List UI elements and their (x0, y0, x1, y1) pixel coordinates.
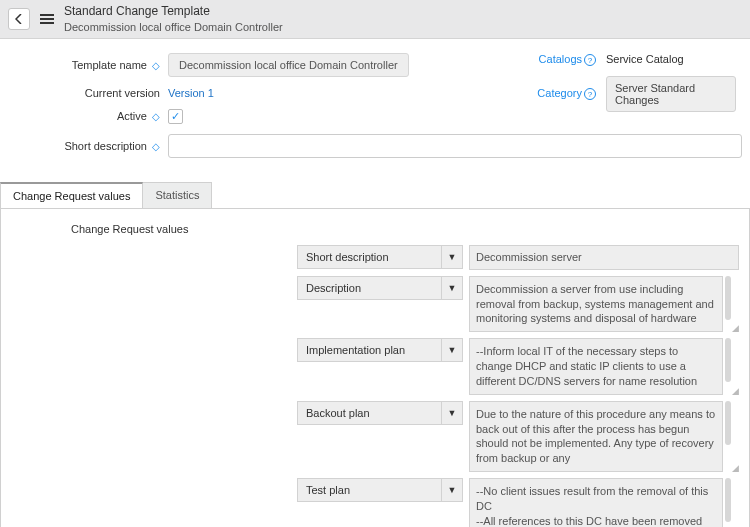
tab-statistics[interactable]: Statistics (143, 182, 212, 208)
crv-row: Short description▼Decommission server (11, 245, 739, 270)
crv-field-name[interactable]: Backout plan (297, 401, 441, 425)
catalogs-value: Service Catalog (606, 53, 736, 65)
crv-field-value[interactable]: Due to the nature of this procedure any … (469, 401, 723, 472)
crv-section-label: Change Request values (11, 223, 211, 235)
resize-handle[interactable]: ◢ (731, 387, 739, 395)
tab-change-request-values[interactable]: Change Request values (0, 182, 143, 208)
chevron-down-icon[interactable]: ▼ (441, 478, 463, 502)
crv-field-value[interactable]: --No client issues result from the remov… (469, 478, 723, 527)
page-title: Standard Change Template (64, 4, 283, 20)
scrollbar[interactable] (725, 478, 731, 522)
tabs: Change Request values Statistics (0, 182, 750, 209)
crv-row: Backout plan▼Due to the nature of this p… (11, 401, 739, 472)
crv-field-value[interactable]: --Inform local IT of the necessary steps… (469, 338, 723, 395)
help-icon[interactable]: ? (584, 54, 596, 66)
label-template-name: Template name ◇ (8, 59, 168, 71)
label-current-version: Current version (8, 87, 168, 99)
back-button[interactable] (8, 8, 30, 30)
chevron-down-icon[interactable]: ▼ (441, 245, 463, 269)
scrollbar[interactable] (725, 338, 731, 382)
title-block: Standard Change Template Decommission lo… (64, 4, 283, 34)
crv-field-name[interactable]: Implementation plan (297, 338, 441, 362)
template-name-value: Decommission local office Domain Control… (168, 53, 409, 77)
catalogs-link[interactable]: Catalogs? (463, 53, 596, 66)
help-icon[interactable]: ? (584, 88, 596, 100)
scrollbar[interactable] (725, 276, 731, 320)
menu-icon[interactable] (38, 10, 56, 28)
chevron-down-icon[interactable]: ▼ (441, 276, 463, 300)
crv-field-value[interactable]: Decommission a server from use including… (469, 276, 723, 333)
crv-row: Test plan▼--No client issues result from… (11, 478, 739, 527)
label-active: Active ◇ (8, 110, 168, 122)
form-area: Template name ◇ Decommission local offic… (0, 39, 750, 176)
scrollbar[interactable] (725, 401, 731, 445)
resize-handle[interactable]: ◢ (731, 324, 739, 332)
current-version-link[interactable]: Version 1 (168, 87, 214, 99)
crv-field-name[interactable]: Test plan (297, 478, 441, 502)
indicator-icon: ◇ (152, 112, 160, 122)
page-subtitle: Decommission local office Domain Control… (64, 20, 283, 34)
tab-panel: Change Request values Short description▼… (0, 209, 750, 527)
short-description-input[interactable] (168, 134, 742, 158)
category-value[interactable]: Server Standard Changes (606, 76, 736, 112)
chevron-down-icon[interactable]: ▼ (441, 338, 463, 362)
indicator-icon: ◇ (152, 142, 160, 152)
indicator-icon: ◇ (152, 61, 160, 71)
chevron-down-icon[interactable]: ▼ (441, 401, 463, 425)
crv-field-value[interactable]: Decommission server (469, 245, 739, 270)
category-link[interactable]: Category? (463, 87, 596, 100)
active-checkbox[interactable]: ✓ (168, 109, 183, 124)
crv-row: Description▼Decommission a server from u… (11, 276, 739, 333)
crv-field-name[interactable]: Description (297, 276, 441, 300)
crv-field-name[interactable]: Short description (297, 245, 441, 269)
resize-handle[interactable]: ◢ (731, 464, 739, 472)
top-bar: Standard Change Template Decommission lo… (0, 0, 750, 39)
label-short-description: Short description ◇ (8, 140, 168, 152)
crv-row: Implementation plan▼--Inform local IT of… (11, 338, 739, 395)
